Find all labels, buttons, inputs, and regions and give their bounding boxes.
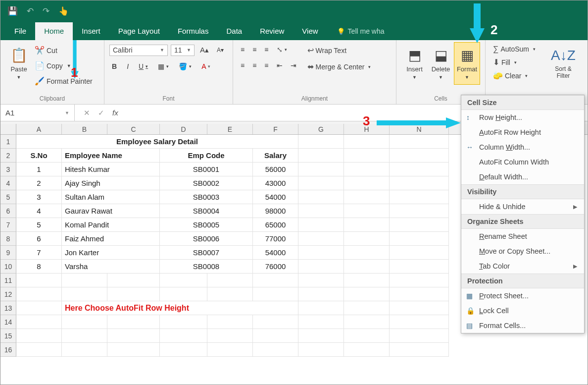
cell[interactable] — [298, 260, 344, 274]
cell[interactable] — [344, 190, 390, 204]
cell[interactable] — [298, 163, 344, 176]
menu-autofit-column-width[interactable]: AutoFit Column Width — [461, 155, 584, 169]
cell[interactable] — [253, 343, 298, 357]
cell[interactable] — [107, 287, 160, 301]
row-header[interactable]: 13 — [0, 301, 16, 315]
col-header[interactable]: B — [62, 124, 107, 134]
cell[interactable] — [62, 315, 107, 329]
cell[interactable] — [344, 246, 390, 260]
cell[interactable]: 65000 — [253, 218, 298, 232]
cell[interactable] — [16, 287, 62, 301]
cell[interactable] — [160, 343, 207, 357]
menu-protect-sheet[interactable]: ▦Protect Sheet... — [461, 288, 584, 303]
font-color-button[interactable]: A▾ — [199, 61, 213, 72]
cell[interactable] — [390, 218, 449, 232]
cell[interactable] — [344, 149, 390, 163]
cell[interactable] — [16, 343, 62, 357]
cell[interactable] — [344, 315, 390, 329]
cell[interactable]: Jon Karter — [62, 246, 160, 260]
cut-button[interactable]: ✂️Cut — [32, 44, 95, 56]
bold-button[interactable]: B — [109, 61, 119, 72]
underline-button[interactable]: U ▾ — [136, 61, 150, 72]
cell[interactable]: 77000 — [253, 232, 298, 246]
menu-default-width[interactable]: Default Width... — [461, 169, 584, 184]
cell[interactable]: Salary — [253, 149, 298, 163]
cell[interactable] — [253, 315, 298, 329]
cell[interactable] — [344, 232, 390, 246]
cell[interactable] — [390, 329, 449, 343]
menu-lock-cell[interactable]: 🔒Lock Cell — [461, 303, 584, 318]
cell[interactable]: SB0006 — [160, 232, 253, 246]
cell[interactable] — [390, 260, 449, 274]
name-box[interactable]: A1▼ — [0, 105, 75, 121]
row-header[interactable]: 8 — [0, 232, 16, 246]
cell[interactable]: 4 — [16, 204, 62, 218]
menu-column-width[interactable]: ↔Column Width... — [461, 140, 584, 155]
cell[interactable] — [390, 274, 449, 287]
enter-formula-icon[interactable]: ✓ — [98, 109, 104, 117]
cell[interactable] — [298, 315, 344, 329]
increase-font-icon[interactable]: A▴ — [197, 44, 211, 56]
cell[interactable] — [107, 315, 160, 329]
format-cells-button[interactable]: ▦Format▼ — [454, 42, 480, 85]
font-size-select[interactable]: 11▼ — [171, 45, 195, 56]
sort-filter-button[interactable]: A↓ZSort & Filter — [550, 42, 577, 85]
cell[interactable] — [344, 274, 390, 287]
select-all-corner[interactable] — [0, 124, 16, 134]
cell[interactable]: SB0004 — [160, 204, 253, 218]
menu-rename-sheet[interactable]: Rename Sheet — [461, 229, 584, 244]
cell[interactable]: 7 — [16, 246, 62, 260]
row-header[interactable]: 1 — [0, 135, 16, 149]
cell[interactable] — [344, 287, 390, 301]
col-header[interactable]: A — [16, 124, 62, 134]
cell[interactable] — [207, 274, 253, 287]
cell[interactable] — [298, 135, 344, 149]
cell[interactable] — [107, 343, 160, 357]
cell[interactable]: 8 — [16, 260, 62, 274]
align-center-icon[interactable]: ≡ — [250, 60, 259, 71]
cell[interactable]: 98000 — [253, 204, 298, 218]
cancel-formula-icon[interactable]: ✕ — [84, 109, 90, 117]
cell[interactable]: 3 — [16, 190, 62, 204]
row-header[interactable]: 16 — [0, 343, 16, 357]
align-middle-icon[interactable]: ≡ — [250, 44, 259, 55]
cell[interactable] — [298, 343, 344, 357]
redo-icon[interactable]: ↷ — [43, 6, 49, 16]
align-right-icon[interactable]: ≡ — [262, 60, 271, 71]
clear-button[interactable]: 🧽Clear▾ — [490, 69, 530, 82]
row-header[interactable]: 14 — [0, 315, 16, 329]
align-left-icon[interactable]: ≡ — [238, 60, 247, 71]
tab-formulas[interactable]: Formulas — [169, 22, 218, 40]
italic-button[interactable]: I — [124, 61, 131, 72]
cell[interactable] — [298, 204, 344, 218]
cell[interactable]: SB0007 — [160, 246, 253, 260]
cell[interactable] — [16, 315, 62, 329]
col-header[interactable]: E — [207, 124, 253, 134]
cell[interactable] — [390, 246, 449, 260]
cell[interactable] — [344, 163, 390, 176]
cell[interactable]: 1 — [16, 163, 62, 176]
cell[interactable]: SB0008 — [160, 260, 253, 274]
row-header[interactable]: 7 — [0, 218, 16, 232]
cell[interactable]: Hitesh Kumar — [62, 163, 160, 176]
row-header[interactable]: 5 — [0, 190, 16, 204]
cell[interactable] — [62, 287, 107, 301]
cell[interactable] — [390, 176, 449, 190]
cell[interactable] — [390, 149, 449, 163]
decrease-indent-icon[interactable]: ⇤ — [274, 60, 285, 71]
row-header[interactable]: 4 — [0, 176, 16, 190]
cell[interactable] — [298, 287, 344, 301]
cell[interactable] — [344, 301, 390, 315]
cell[interactable]: 5 — [16, 218, 62, 232]
tab-insert[interactable]: Insert — [73, 22, 109, 40]
cell[interactable] — [344, 218, 390, 232]
cell[interactable] — [298, 329, 344, 343]
menu-move-copy[interactable]: Move or Copy Sheet... — [461, 244, 584, 259]
cell[interactable] — [62, 329, 107, 343]
font-name-select[interactable]: Calibri▼ — [109, 45, 168, 56]
cell[interactable] — [344, 204, 390, 218]
cell[interactable] — [390, 315, 449, 329]
cell[interactable]: SB0001 — [160, 163, 253, 176]
cell[interactable] — [16, 274, 62, 287]
cell[interactable] — [160, 315, 207, 329]
